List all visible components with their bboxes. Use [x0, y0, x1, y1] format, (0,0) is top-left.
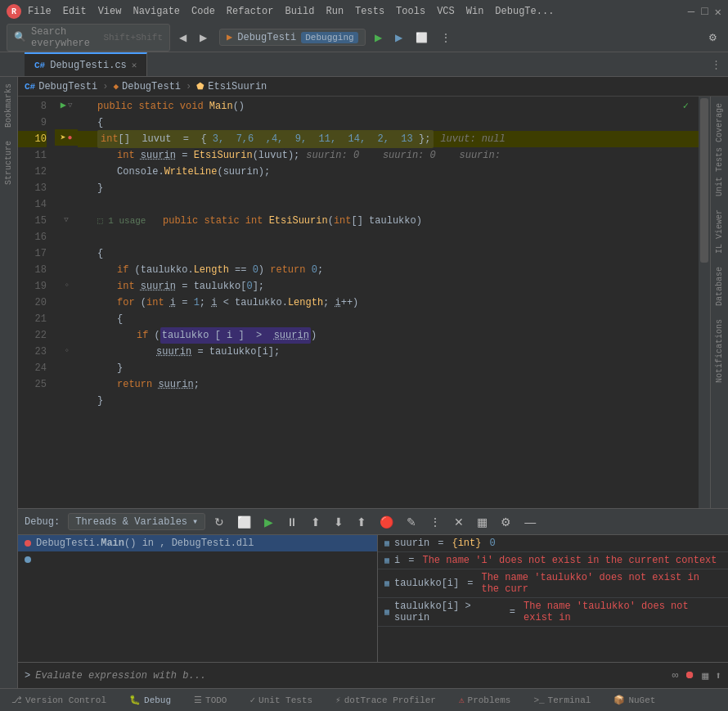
status-debug[interactable]: 🐛 Debug — [124, 693, 176, 707]
gutter-25 — [55, 375, 78, 391]
close-button[interactable]: ✕ — [715, 5, 721, 19]
evaluate-icon-expand[interactable]: ⬆ — [715, 669, 721, 682]
debug-config-selector[interactable]: ▶ DebugTesti Debugging — [219, 29, 366, 46]
line-num-25: 25 — [18, 376, 47, 393]
search-bar[interactable]: 🔍 Search everywhere Shift+Shift — [7, 24, 170, 52]
threads-variables-dropdown[interactable]: Threads & Variables ▾ — [68, 513, 205, 530]
menu-file[interactable]: File — [28, 6, 52, 17]
punc-15: ( — [328, 213, 334, 229]
breadcrumb-item-1[interactable]: C# DebugTesti — [25, 81, 97, 92]
debug-stop-button[interactable]: ⬜ — [233, 513, 255, 531]
debug-step-over-button[interactable]: ⬆ — [307, 513, 325, 531]
main-toolbar: 🔍 Search everywhere Shift+Shift ◀ ▶ ▶ De… — [0, 23, 728, 52]
toolbar-more-button[interactable]: ⋮ — [437, 29, 455, 46]
status-nuget[interactable]: 📦 NuGet — [609, 693, 660, 707]
run-button[interactable]: ▶ — [371, 29, 386, 46]
status-problems[interactable]: ⚠ Problems — [454, 693, 515, 707]
scrollbar-thumb[interactable] — [700, 98, 708, 263]
breadcrumb-item-2[interactable]: ◆ DebugTesti — [113, 81, 181, 92]
debug-more-button[interactable]: ⋮ — [425, 513, 445, 531]
debug-close-button[interactable]: ✕ — [450, 513, 468, 531]
status-todo[interactable]: ☰ TODO — [189, 693, 231, 707]
thread-item-2[interactable] — [18, 551, 377, 568]
run-gutter-icon-8[interactable]: ▶ — [61, 99, 66, 111]
evaluate-icon-grid[interactable]: ▦ — [702, 669, 708, 682]
thread-item-main[interactable]: DebugTesti.Main() in , DebugTesti.dll — [18, 535, 377, 551]
debug-run-button[interactable]: ▶ — [391, 29, 407, 46]
tab-lang-icon: C# — [34, 61, 45, 70]
bookmarks-tab[interactable]: Bookmarks — [2, 77, 15, 134]
debug-mark-button[interactable]: ✎ — [402, 513, 420, 531]
debug-resume-button[interactable]: ▶ — [260, 513, 277, 531]
op-dot-19: . — [282, 295, 288, 311]
method-writeline: WriteLine — [164, 164, 218, 180]
debug-frames-button[interactable]: ▦ — [473, 513, 492, 531]
code-lines: public static void Main () ✓ { int[] luv… — [78, 97, 699, 508]
gutter-19: ⬦ — [55, 277, 78, 293]
nav-back-button[interactable]: ◀ — [175, 29, 191, 46]
debug-restart-button[interactable]: ↻ — [210, 513, 228, 531]
status-version-control[interactable]: ⎇ Version Control — [7, 693, 111, 707]
right-tab-il-viewer[interactable]: IL Viewer — [713, 203, 726, 260]
menu-window[interactable]: Win — [466, 6, 484, 17]
right-tab-database[interactable]: Database — [713, 260, 726, 313]
tab-close-icon[interactable]: ✕ — [132, 60, 137, 70]
menu-vcs[interactable]: VCS — [437, 6, 455, 17]
menu-run[interactable]: Run — [326, 6, 344, 17]
menu-tools[interactable]: Tools — [396, 6, 425, 17]
debug-pause-button[interactable]: ⏸ — [282, 513, 302, 531]
right-tab-notifications[interactable]: Notifications — [713, 313, 726, 389]
structure-tab[interactable]: Structure — [2, 134, 15, 191]
punc-19: ( — [141, 295, 146, 311]
thread-dot-2 — [25, 556, 31, 563]
window-controls[interactable]: — □ ✕ — [688, 5, 721, 19]
status-terminal[interactable]: >_ Terminal — [528, 694, 595, 707]
evaluate-input[interactable]: Evaluate expression with b... — [35, 670, 667, 682]
fold-icon-23[interactable]: ⬦ — [65, 346, 69, 354]
debug-mute-breakpoints-button[interactable]: 🔴 — [375, 513, 398, 531]
status-unit-tests[interactable]: ✓ Unit Tests — [245, 693, 317, 707]
evaluate-icon-infinity[interactable]: ∞ — [672, 669, 679, 682]
menu-bar[interactable]: File Edit View Navigate Code Refactor Bu… — [28, 6, 554, 17]
debug-status-label: Debug — [144, 695, 171, 705]
menu-debugte[interactable]: DebugTe... — [495, 6, 554, 17]
breakpoint-icon[interactable]: ● — [68, 133, 73, 142]
code-line-23: } — [78, 360, 699, 376]
settings-button[interactable]: ⚙ — [704, 29, 721, 46]
evaluate-icon-stop[interactable]: ⏺ — [685, 669, 695, 682]
right-tab-unit-tests[interactable]: Unit Tests Coverage — [713, 97, 726, 203]
var-icon-suurin: ▦ — [384, 538, 389, 548]
fold-icon-19[interactable]: ⬦ — [65, 281, 69, 289]
tab-debugtesti[interactable]: C# DebugTesti.cs ✕ — [25, 52, 147, 76]
tab-more-button[interactable]: ⋮ — [704, 58, 728, 71]
minimize-button[interactable]: — — [688, 5, 694, 19]
code-line-9: { — [78, 115, 699, 131]
menu-navigate[interactable]: Navigate — [133, 6, 180, 17]
menu-code[interactable]: Code — [191, 6, 215, 17]
menu-build[interactable]: Build — [285, 6, 314, 17]
nav-forward-button[interactable]: ▶ — [195, 29, 211, 46]
gutter-22 — [55, 326, 78, 342]
status-dottrace[interactable]: ⚡ dotTrace Profiler — [330, 693, 441, 707]
fold-icon-8[interactable]: ▽ — [68, 101, 72, 110]
menu-tests[interactable]: Tests — [355, 6, 384, 17]
op-pp-19: ++) — [341, 295, 359, 311]
menu-edit[interactable]: Edit — [63, 6, 87, 17]
debug-step-into-button[interactable]: ⬇ — [330, 513, 348, 531]
debug-step-out-button[interactable]: ⬆ — [353, 513, 371, 531]
fold-icon-15[interactable]: ▽ — [64, 215, 68, 224]
menu-refactor[interactable]: Refactor — [227, 6, 274, 17]
op-dot-17: . — [187, 262, 193, 278]
debug-minimize-button[interactable]: — — [520, 513, 540, 531]
var-icon-taulukko-expr: ▦ — [384, 607, 389, 617]
menu-view[interactable]: View — [98, 6, 122, 17]
var-suurin-24: suurin — [158, 376, 193, 393]
debug-settings-button[interactable]: ⚙ — [497, 513, 515, 531]
debug-label: Debug: — [25, 516, 60, 528]
stop-button[interactable]: ⬜ — [411, 29, 432, 46]
breadcrumb-item-3[interactable]: ⬟ EtsiSuurin — [196, 81, 267, 92]
var-name-suurin: suurin — [394, 538, 429, 549]
thread-label: DebugTesti.Main() in , DebugTesti.dll — [36, 538, 254, 549]
maximize-button[interactable]: □ — [701, 5, 708, 19]
scrollbar[interactable] — [699, 97, 710, 508]
